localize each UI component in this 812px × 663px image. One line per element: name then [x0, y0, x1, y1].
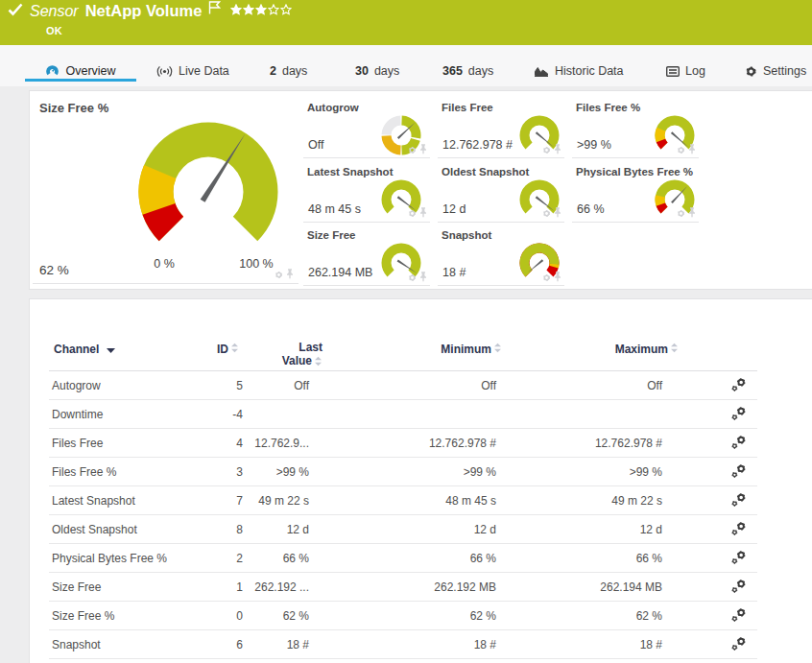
channel-row[interactable]: Autogrow 5 Off Off Off — [49, 371, 757, 400]
tab-2-days[interactable]: 2days — [270, 45, 307, 86]
cell-maximum: 66 % — [496, 552, 662, 565]
tab-label: Log — [685, 64, 705, 78]
channel-row[interactable]: Downtime -4 — [49, 400, 757, 429]
edit-channel-gears-icon[interactable] — [731, 636, 747, 653]
tab-label: Historic Data — [555, 64, 624, 78]
gauge-settings-gear-icon[interactable] — [408, 269, 417, 286]
column-header-maximum[interactable]: Maximum — [615, 343, 679, 356]
cell-maximum: Off — [496, 379, 662, 392]
tab-historic-data[interactable]: Historic Data — [534, 45, 624, 86]
gauge-pin-icon[interactable] — [688, 204, 696, 222]
gauge-pin-icon[interactable] — [554, 204, 561, 222]
gauge-pin-icon[interactable] — [554, 269, 561, 286]
gauge-pin-icon[interactable] — [554, 141, 561, 158]
sensor-title[interactable]: NetApp Volume — [85, 2, 203, 20]
edit-channel-gears-icon[interactable] — [731, 406, 747, 423]
gauge-value: 18 # — [442, 266, 466, 279]
gauges-panel: Size Free % 0 % 100 % 62 % Autogrow Off … — [29, 90, 812, 290]
edit-channel-gears-icon[interactable] — [731, 607, 747, 625]
edit-channel-gears-icon[interactable] — [731, 550, 747, 567]
edit-channel-gears-icon[interactable] — [731, 579, 747, 596]
column-header-last-value[interactable]: LastValue — [282, 342, 322, 369]
tab-label: days — [468, 64, 493, 78]
gauge-settings-gear-icon[interactable] — [408, 204, 417, 222]
cell-id: 7 — [193, 494, 243, 508]
channel-row[interactable]: Physical Bytes Free % 2 66 % 66 % 66 % — [49, 544, 757, 573]
gauge-settings-gear-icon[interactable] — [677, 141, 685, 158]
channel-row[interactable]: Size Free % 0 62 % 62 % 62 % — [49, 602, 757, 630]
gauge-pin-icon[interactable] — [419, 204, 427, 222]
cell-last-value: 12.762.9... — [243, 437, 309, 450]
gauge-settings-gear-icon[interactable] — [275, 266, 283, 283]
gauge-pin-icon[interactable] — [688, 141, 696, 158]
primary-gauge — [131, 115, 285, 269]
channel-row[interactable]: Files Free % 3 >99 % >99 % >99 % — [49, 458, 757, 486]
header-value-line: Value — [282, 354, 312, 367]
channel-row[interactable]: Files Free 4 12.762.9... 12.762.978 # 12… — [49, 429, 757, 458]
star-filled-icon[interactable] — [255, 2, 267, 19]
star-empty-icon[interactable] — [280, 2, 292, 19]
ok-check-icon — [8, 3, 23, 20]
cell-minimum: 18 # — [309, 638, 496, 651]
tab-number: 30 — [355, 64, 369, 78]
gauge-pin-icon[interactable] — [419, 141, 427, 158]
channel-row[interactable]: Latest Snapshot 7 49 m 22 s 48 m 45 s 49… — [49, 486, 757, 515]
gauge-title: Snapshot — [442, 229, 491, 241]
tab-settings[interactable]: Settings — [745, 45, 806, 86]
gauge-settings-gear-icon[interactable] — [677, 204, 685, 222]
column-header-channel[interactable]: Channel — [54, 343, 115, 356]
edit-channel-gears-icon[interactable] — [731, 377, 747, 394]
cell-id: 6 — [193, 638, 243, 651]
gauge-title: Size Free — [307, 229, 356, 241]
star-filled-icon[interactable] — [230, 2, 242, 19]
cell-minimum: 12 d — [309, 523, 496, 536]
gauge-cell-files-free: Files Free 12.762.978 # — [438, 94, 564, 158]
gauge-cell-snapshot: Snapshot 18 # — [438, 222, 564, 286]
edit-channel-gears-icon[interactable] — [731, 521, 747, 538]
flag-icon[interactable] — [208, 1, 221, 18]
gauge-cell-autogrow: Autogrow Off — [303, 94, 430, 158]
cell-maximum: 62 % — [496, 609, 662, 623]
gauge-settings-gear-icon[interactable] — [542, 204, 551, 222]
cell-id: 3 — [193, 465, 243, 479]
edit-channel-gears-icon[interactable] — [731, 463, 747, 481]
channel-row[interactable]: Oldest Snapshot 8 12 d 12 d 12 d — [49, 515, 757, 544]
cell-maximum: 49 m 22 s — [496, 494, 662, 508]
gauge-value: Off — [308, 138, 323, 152]
column-header-minimum[interactable]: Minimum — [441, 343, 502, 356]
sensor-status-badge: OK — [46, 25, 62, 36]
channels-table-body: Autogrow 5 Off Off Off Downtime -4 Files… — [49, 371, 757, 659]
tab-overview[interactable]: Overview — [25, 45, 136, 86]
tab-30-days[interactable]: 30days — [355, 45, 399, 86]
log-icon — [666, 66, 680, 77]
tab-log[interactable]: Log — [666, 45, 705, 86]
cell-minimum: 262.192 MB — [309, 580, 496, 594]
channel-row[interactable]: Size Free 1 262.192 ... 262.192 MB 262.1… — [49, 573, 757, 602]
star-empty-icon[interactable] — [268, 2, 279, 19]
star-filled-icon[interactable] — [243, 2, 254, 19]
gauge-settings-gear-icon[interactable] — [408, 141, 417, 158]
cell-channel: Files Free % — [49, 465, 193, 479]
gauge-settings-gear-icon[interactable] — [542, 141, 551, 158]
tab-live-data[interactable]: Live Data — [156, 45, 229, 86]
edit-channel-gears-icon[interactable] — [731, 492, 747, 509]
column-header-id[interactable]: ID — [217, 343, 239, 356]
broadcast-icon — [156, 65, 173, 78]
gauge-settings-gear-icon[interactable] — [542, 269, 551, 286]
primary-gauge-cell: Size Free % 0 % 100 % 62 % — [33, 91, 299, 284]
cell-id: 1 — [193, 580, 243, 594]
tab-365-days[interactable]: 365days — [442, 45, 493, 86]
tab-label: Overview — [65, 64, 115, 78]
edit-channel-gears-icon[interactable] — [731, 435, 747, 452]
channel-row[interactable]: Snapshot 6 18 # 18 # 18 # — [49, 630, 757, 659]
channels-table-header: Channel ID LastValue Minimum Maximum — [49, 299, 757, 371]
gauge-value: >99 % — [577, 138, 611, 152]
gauge-pin-icon[interactable] — [286, 266, 294, 283]
cell-id: 2 — [193, 552, 243, 565]
cell-id: 4 — [193, 437, 243, 450]
tab-label: days — [374, 64, 399, 78]
gauge-pin-icon[interactable] — [419, 269, 427, 286]
cell-minimum: Off — [309, 379, 496, 392]
priority-stars[interactable] — [230, 2, 292, 19]
cell-last-value: 62 % — [243, 609, 309, 623]
